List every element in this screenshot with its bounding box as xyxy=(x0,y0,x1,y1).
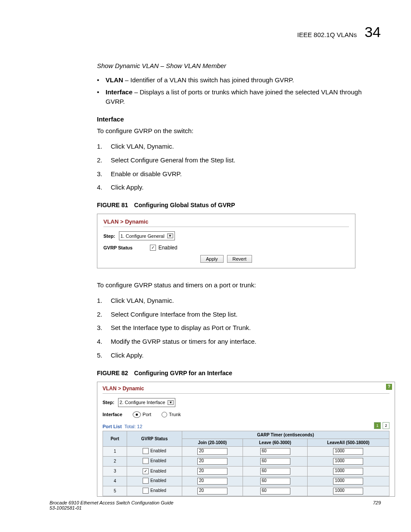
step: Click VLAN, Dynamic. xyxy=(97,296,381,305)
leave-input[interactable]: 60 xyxy=(260,458,290,465)
figure-81-panel: VLAN > Dynamic Step: 1. Configure Genera… xyxy=(97,214,355,268)
interface-label: Interface xyxy=(103,412,122,417)
page-footer: Brocade 6910 Ethernet Access Switch Conf… xyxy=(50,500,381,510)
step: Enable or disable GVRP. xyxy=(97,169,381,179)
join-input[interactable]: 20 xyxy=(197,478,227,485)
footer-title: Brocade 6910 Ethernet Access Switch Conf… xyxy=(50,500,174,505)
header-title: IEEE 802.1Q VLANs xyxy=(297,31,357,38)
step-select[interactable]: 1. Configure General▼ xyxy=(119,231,175,240)
cell-port: 3 xyxy=(103,466,127,476)
footer-pagenum: 729 xyxy=(373,500,381,510)
desc-interface: – Displays a list of ports or trunks whi… xyxy=(106,88,361,105)
enabled-label: Enabled xyxy=(150,478,166,483)
enabled-label: Enabled xyxy=(150,488,166,493)
steps-2: Click VLAN, Dynamic. Select Configure In… xyxy=(97,296,381,360)
gvrp-checkbox[interactable] xyxy=(143,488,149,494)
page-2[interactable]: 2 xyxy=(383,422,389,429)
leave-input[interactable]: 60 xyxy=(260,448,290,455)
desc-vlan: – Identifier of a VLAN this switch has j… xyxy=(123,76,294,84)
intro-2: To configure GVRP status and timers on a… xyxy=(97,280,381,290)
interface-heading: Interface xyxy=(97,115,381,123)
step-label: Step: xyxy=(103,400,115,405)
subsection-title: Show Dynamic VLAN – Show VLAN Member xyxy=(97,62,381,69)
join-input[interactable]: 20 xyxy=(197,448,227,455)
port-label: Port xyxy=(143,412,151,417)
gvrp-checkbox[interactable] xyxy=(143,478,149,484)
figure-82-caption: FIGURE 82Configuring GVRP for an Interfa… xyxy=(97,370,381,376)
chevron-down-icon: ▼ xyxy=(167,233,173,238)
step: Click VLAN, Dynamic. xyxy=(97,142,381,151)
step: Set the Interface type to display as Por… xyxy=(97,323,381,333)
join-input[interactable]: 20 xyxy=(197,488,227,495)
term-interface: Interface xyxy=(106,88,133,96)
gvrp-checkbox[interactable] xyxy=(143,468,149,474)
pagination: 1 2 xyxy=(374,422,389,429)
trunk-label: Trunk xyxy=(169,412,181,417)
cell-port: 4 xyxy=(103,476,127,486)
step: Click Apply. xyxy=(97,183,381,192)
gvrp-status-label: GVRP Status xyxy=(103,245,133,250)
page-1[interactable]: 1 xyxy=(374,422,381,429)
step: Select Configure Interface from the Step… xyxy=(97,310,381,319)
leaveall-input[interactable]: 1000 xyxy=(333,458,363,465)
th-garp: GARP Timer (centiseconds) xyxy=(182,431,389,439)
join-input[interactable]: 20 xyxy=(197,468,227,475)
step-label: Step: xyxy=(103,233,115,239)
th-gvrp: GVRP Status xyxy=(127,431,182,446)
enabled-label: Enabled xyxy=(150,469,166,473)
port-list-label: Port List Total: 12 xyxy=(103,424,142,429)
cell-port: 1 xyxy=(103,446,127,456)
breadcrumb: VLAN > Dynamic xyxy=(103,218,349,225)
th-leave: Leave (60-3000) xyxy=(243,439,307,446)
leave-input[interactable]: 60 xyxy=(260,488,290,495)
th-join: Join (20-1000) xyxy=(182,439,243,446)
intro-1: To configure GVRP on the switch: xyxy=(97,126,381,136)
port-table: Port GVRP Status GARP Timer (centisecond… xyxy=(103,431,389,496)
steps-1: Click VLAN, Dynamic. Select Configure Ge… xyxy=(97,142,381,192)
gvrp-checkbox[interactable] xyxy=(143,448,149,454)
leave-input[interactable]: 60 xyxy=(260,468,290,475)
leave-input[interactable]: 60 xyxy=(260,478,290,485)
chevron-down-icon: ▼ xyxy=(168,400,174,405)
table-row: 5Enabled20601000 xyxy=(103,486,389,496)
gvrp-checkbox[interactable] xyxy=(143,458,149,464)
term-vlan: VLAN xyxy=(106,76,123,84)
revert-button[interactable]: Revert xyxy=(227,255,252,263)
table-row: 3Enabled20601000 xyxy=(103,466,389,476)
th-leaveall: LeaveAll (500-18000) xyxy=(307,439,389,446)
table-row: 1Enabled20601000 xyxy=(103,446,389,456)
enabled-label: Enabled xyxy=(150,458,166,463)
step-select[interactable]: 2. Configure Interface▼ xyxy=(118,398,176,407)
leaveall-input[interactable]: 1000 xyxy=(333,468,363,475)
gvrp-enabled-checkbox[interactable] xyxy=(150,245,156,251)
port-radio[interactable] xyxy=(133,411,141,418)
footer-docnum: 53-1002581-01 xyxy=(50,505,174,510)
join-input[interactable]: 20 xyxy=(197,458,227,465)
chapter-number: 34 xyxy=(364,24,381,40)
table-row: 4Enabled20601000 xyxy=(103,476,389,486)
step: Click Apply. xyxy=(97,351,381,360)
apply-button[interactable]: Apply xyxy=(200,255,224,263)
figure-81-caption: FIGURE 81Configuring Global Status of GV… xyxy=(97,202,381,208)
figure-82-panel: ? VLAN > Dynamic Step: 2. Configure Inte… xyxy=(97,382,395,497)
help-icon[interactable]: ? xyxy=(386,384,392,390)
trunk-radio[interactable] xyxy=(162,412,167,417)
breadcrumb: VLAN > Dynamic xyxy=(103,386,389,392)
cell-port: 5 xyxy=(103,486,127,496)
enabled-label: Enabled xyxy=(150,448,166,453)
enabled-label: Enabled xyxy=(159,245,177,251)
leaveall-input[interactable]: 1000 xyxy=(333,448,363,455)
table-row: 2Enabled20601000 xyxy=(103,456,389,466)
leaveall-input[interactable]: 1000 xyxy=(333,488,363,495)
step: Modify the GVRP status or timers for any… xyxy=(97,337,381,346)
th-port: Port xyxy=(103,431,127,446)
cell-port: 2 xyxy=(103,456,127,466)
step: Select Configure General from the Step l… xyxy=(97,156,381,165)
definition-list: VLAN – Identifier of a VLAN this switch … xyxy=(97,75,381,106)
leaveall-input[interactable]: 1000 xyxy=(333,478,363,485)
